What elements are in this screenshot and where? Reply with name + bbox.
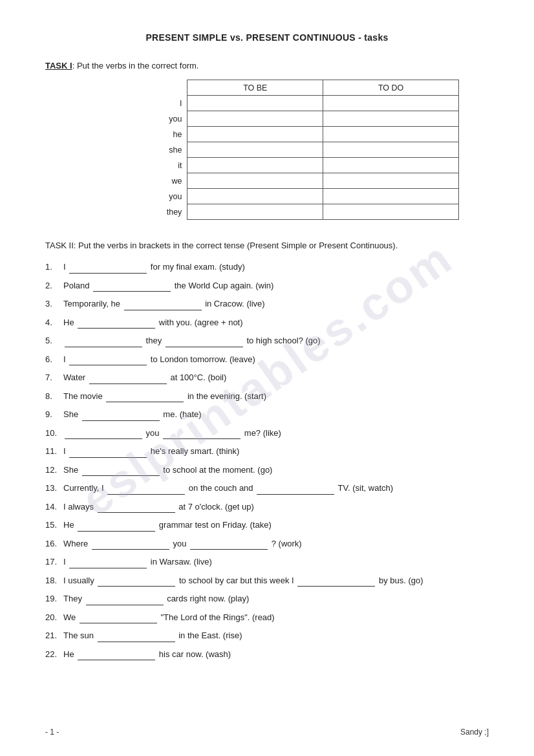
sentence-text: He with you. (agree + not) xyxy=(63,316,489,329)
list-item: 7.Water at 100°C. (boil) xyxy=(45,371,489,384)
row-subject: they xyxy=(97,204,187,220)
sentence-text: Currently, I on the couch and TV. (sit, … xyxy=(63,482,489,495)
sentence-text: Poland the World Cup again. (win) xyxy=(63,279,489,292)
sentence-text: Water at 100°C. (boil) xyxy=(63,371,489,384)
table-row: you xyxy=(97,189,459,204)
answer-blank xyxy=(86,596,164,605)
sentences-list: 1.I for my final exam. (study)2.Poland t… xyxy=(45,261,489,660)
list-item: 17.I in Warsaw. (live) xyxy=(45,556,489,568)
footer-author: Sandy ;] xyxy=(460,728,489,737)
list-item: 11.I he's really smart. (think) xyxy=(45,445,489,458)
list-item: 15.He grammar test on Friday. (take) xyxy=(45,519,489,532)
answer-blank xyxy=(124,301,202,310)
sentence-number: 17. xyxy=(45,556,63,568)
sentence-number: 2. xyxy=(45,279,63,292)
list-item: 13.Currently, I on the couch and TV. (si… xyxy=(45,482,489,495)
to-be-cell xyxy=(187,111,323,127)
list-item: 3.Temporarily, he in Cracow. (live) xyxy=(45,297,489,310)
list-item: 8.The movie in the evening. (start) xyxy=(45,390,489,403)
task1-heading: TASK I: Put the verbs in the correct for… xyxy=(45,61,489,70)
sentence-number: 15. xyxy=(45,519,63,532)
footer: - 1 - Sandy ;] xyxy=(45,728,489,737)
list-item: 18.I usually to school by car but this w… xyxy=(45,574,489,587)
answer-blank xyxy=(82,412,160,421)
answer-blank xyxy=(89,375,167,384)
sentence-text: I usually to school by car but this week… xyxy=(63,574,489,587)
row-subject: we xyxy=(97,173,187,189)
table-row: he xyxy=(97,127,459,142)
row-subject: he xyxy=(97,127,187,142)
answer-blank xyxy=(69,265,147,274)
answer-blank xyxy=(69,356,147,365)
sentence-number: 12. xyxy=(45,464,63,477)
answer-blank xyxy=(297,578,375,587)
task1-table: TO BE TO DO Iyouhesheitweyouthey xyxy=(97,80,459,220)
list-item: 19.They cards right now. (play) xyxy=(45,592,489,605)
sentence-number: 13. xyxy=(45,482,63,495)
sentence-number: 6. xyxy=(45,353,63,366)
to-be-cell xyxy=(187,189,323,204)
list-item: 22.He his car now. (wash) xyxy=(45,648,489,661)
to-do-cell xyxy=(323,111,459,127)
list-item: 16.Where you ? (work) xyxy=(45,537,489,550)
sentence-text: We "The Lord of the Rings". (read) xyxy=(63,611,489,624)
to-be-cell xyxy=(187,127,323,142)
answer-blank xyxy=(69,559,147,568)
answer-blank xyxy=(98,578,175,587)
to-do-cell xyxy=(323,158,459,173)
answer-blank xyxy=(92,541,169,550)
row-subject: she xyxy=(97,142,187,158)
sentence-text: She to school at the moment. (go) xyxy=(63,464,489,477)
table-row: I xyxy=(97,96,459,111)
answer-blank xyxy=(166,338,243,347)
to-do-cell xyxy=(323,173,459,189)
sentence-text: He grammar test on Friday. (take) xyxy=(63,519,489,532)
answer-blank xyxy=(69,449,147,458)
answer-blank xyxy=(78,319,155,329)
sentence-number: 3. xyxy=(45,297,63,310)
to-do-cell xyxy=(323,127,459,142)
task2-section: TASK II: Put the verbs in brackets in th… xyxy=(45,241,489,660)
to-do-cell xyxy=(323,96,459,111)
page-title: PRESENT SIMPLE vs. PRESENT CONTINUOUS - … xyxy=(45,32,489,43)
sentence-number: 8. xyxy=(45,390,63,403)
sentence-number: 14. xyxy=(45,501,63,513)
sentence-text: She me. (hate) xyxy=(63,408,489,421)
row-subject: you xyxy=(97,111,187,127)
sentence-number: 19. xyxy=(45,592,63,605)
to-do-cell xyxy=(323,204,459,220)
task2-heading: TASK II: Put the verbs in brackets in th… xyxy=(45,241,489,250)
col-to-do: TO DO xyxy=(323,80,459,96)
sentence-text: they to high school? (go) xyxy=(63,334,489,347)
answer-blank xyxy=(106,393,184,402)
sentence-text: I always at 7 o'clock. (get up) xyxy=(63,501,489,513)
answer-blank xyxy=(82,467,160,476)
to-be-cell xyxy=(187,173,323,189)
list-item: 1.I for my final exam. (study) xyxy=(45,261,489,274)
answer-blank xyxy=(65,338,142,347)
answer-blank xyxy=(93,283,171,292)
sentence-text: I in Warsaw. (live) xyxy=(63,556,489,568)
sentence-text: Where you ? (work) xyxy=(63,537,489,550)
list-item: 9.She me. (hate) xyxy=(45,408,489,421)
list-item: 5. they to high school? (go) xyxy=(45,334,489,347)
sentence-text: I he's really smart. (think) xyxy=(63,445,489,458)
list-item: 20.We "The Lord of the Rings". (read) xyxy=(45,611,489,624)
to-be-cell xyxy=(187,158,323,173)
answer-blank xyxy=(65,430,142,439)
sentence-number: 5. xyxy=(45,334,63,347)
list-item: 4.He with you. (agree + not) xyxy=(45,316,489,329)
sentence-number: 22. xyxy=(45,648,63,661)
sentence-number: 10. xyxy=(45,427,63,440)
row-subject: I xyxy=(97,96,187,111)
to-be-cell xyxy=(187,142,323,158)
task1-instruction: : Put the verbs in the correct form. xyxy=(72,61,199,70)
list-item: 21.The sun in the East. (rise) xyxy=(45,629,489,642)
list-item: 6.I to London tomorrow. (leave) xyxy=(45,353,489,366)
to-do-cell xyxy=(323,142,459,158)
sentence-number: 21. xyxy=(45,629,63,642)
table-row: you xyxy=(97,111,459,127)
answer-blank xyxy=(107,486,185,495)
sentence-text: you me? (like) xyxy=(63,427,489,440)
sentence-number: 7. xyxy=(45,371,63,384)
